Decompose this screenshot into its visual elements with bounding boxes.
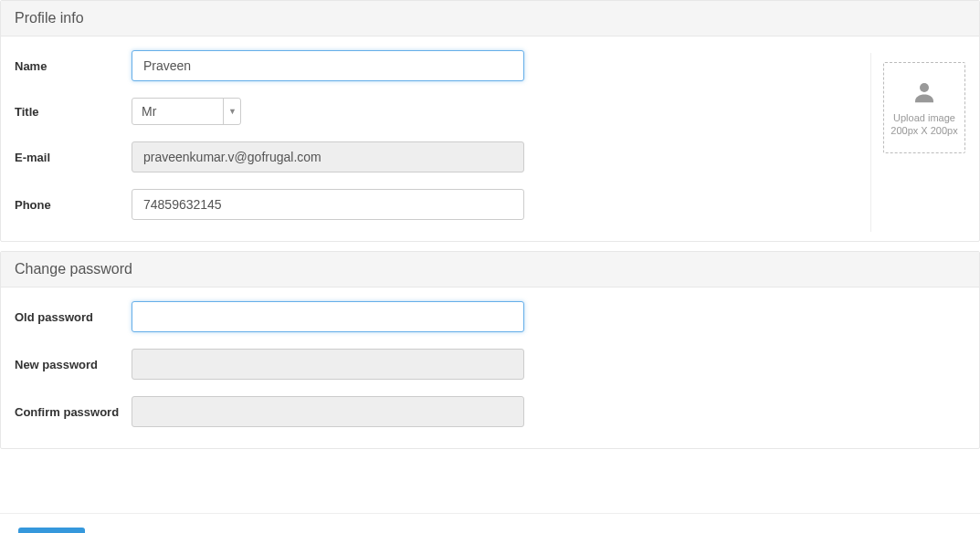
change-password-panel: Change password Old password New passwor… [0,251,980,449]
email-row: E-mail [15,141,965,172]
title-select[interactable] [132,98,241,125]
upload-image-box[interactable]: Upload image 200px X 200px [883,62,965,153]
upload-text-line2: 200px X 200px [890,124,957,137]
name-row: Name [15,50,965,81]
profile-info-panel: Profile info Name Title ▼ E-mail Phone [0,0,980,242]
name-input[interactable] [132,50,524,81]
profile-info-body: Name Title ▼ E-mail Phone Upload image 2… [1,37,979,241]
avatar-icon [911,78,938,106]
new-password-row: New password [15,349,965,380]
change-password-body: Old password New password Confirm passwo… [1,287,979,448]
title-row: Title ▼ [15,98,965,125]
upload-text-line1: Upload image [893,111,955,124]
phone-input[interactable] [132,189,524,220]
update-button[interactable]: Update [18,528,85,533]
new-password-label: New password [15,358,132,371]
title-label: Title [15,105,132,119]
confirm-password-input[interactable] [132,396,524,427]
old-password-input[interactable] [132,301,524,332]
svg-point-0 [920,83,929,92]
confirm-password-label: Confirm password [15,405,132,419]
change-password-heading: Change password [1,252,979,287]
email-input [132,141,524,172]
confirm-password-row: Confirm password [15,396,965,427]
old-password-label: Old password [15,310,132,324]
title-select-wrapper: ▼ [132,98,241,125]
actions-section: Update [0,513,980,533]
profile-info-heading: Profile info [1,1,979,37]
email-label: E-mail [15,151,132,164]
old-password-row: Old password [15,301,965,332]
phone-label: Phone [15,198,132,212]
phone-row: Phone [15,189,965,220]
vertical-divider [870,53,871,232]
name-label: Name [15,59,132,73]
new-password-input[interactable] [132,349,524,380]
